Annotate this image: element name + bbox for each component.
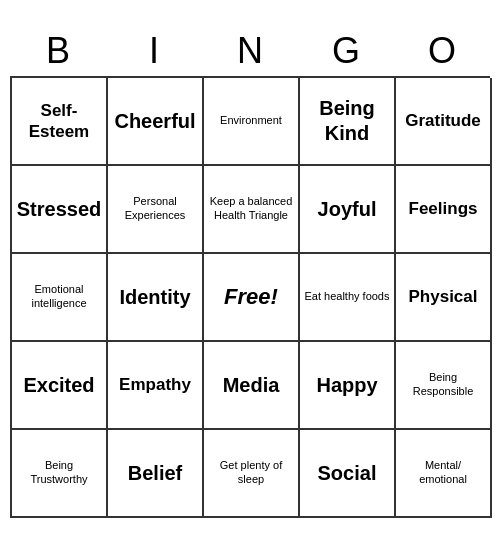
cell-text-3: Being Kind <box>304 96 390 146</box>
header-b: B <box>14 30 102 72</box>
cell-text-16: Empathy <box>119 374 191 395</box>
cell-5[interactable]: Stressed <box>12 166 108 254</box>
bingo-grid: Self-EsteemCheerfulEnvironmentBeing Kind… <box>10 76 490 518</box>
cell-text-15: Excited <box>23 373 94 398</box>
cell-4[interactable]: Gratitude <box>396 78 492 166</box>
header-i: I <box>110 30 198 72</box>
cell-19[interactable]: Being Responsible <box>396 342 492 430</box>
cell-text-17: Media <box>223 373 280 398</box>
cell-text-2: Environment <box>220 114 282 128</box>
cell-text-12: Free! <box>224 283 278 311</box>
cell-6[interactable]: Personal Experiences <box>108 166 204 254</box>
bingo-header: B I N G O <box>10 26 490 76</box>
cell-text-18: Happy <box>316 373 377 398</box>
cell-15[interactable]: Excited <box>12 342 108 430</box>
cell-24[interactable]: Mental/ emotional <box>396 430 492 518</box>
cell-text-10: Emotional intelligence <box>16 283 102 311</box>
cell-text-8: Joyful <box>318 197 377 222</box>
cell-text-23: Social <box>318 461 377 486</box>
cell-3[interactable]: Being Kind <box>300 78 396 166</box>
header-o: O <box>398 30 486 72</box>
cell-13[interactable]: Eat healthy foods <box>300 254 396 342</box>
cell-18[interactable]: Happy <box>300 342 396 430</box>
cell-9[interactable]: Feelings <box>396 166 492 254</box>
cell-16[interactable]: Empathy <box>108 342 204 430</box>
cell-21[interactable]: Belief <box>108 430 204 518</box>
cell-text-11: Identity <box>119 285 190 310</box>
cell-text-6: Personal Experiences <box>112 195 198 223</box>
cell-text-5: Stressed <box>17 197 102 222</box>
cell-20[interactable]: Being Trustworthy <box>12 430 108 518</box>
cell-10[interactable]: Emotional intelligence <box>12 254 108 342</box>
bingo-card: B I N G O Self-EsteemCheerfulEnvironment… <box>10 26 490 518</box>
cell-text-0: Self-Esteem <box>16 100 102 143</box>
cell-text-4: Gratitude <box>405 110 481 131</box>
cell-0[interactable]: Self-Esteem <box>12 78 108 166</box>
cell-7[interactable]: Keep a balanced Health Triangle <box>204 166 300 254</box>
cell-text-9: Feelings <box>409 198 478 219</box>
cell-text-19: Being Responsible <box>400 371 486 399</box>
cell-text-14: Physical <box>409 286 478 307</box>
cell-22[interactable]: Get plenty of sleep <box>204 430 300 518</box>
cell-1[interactable]: Cheerful <box>108 78 204 166</box>
cell-23[interactable]: Social <box>300 430 396 518</box>
cell-8[interactable]: Joyful <box>300 166 396 254</box>
cell-text-13: Eat healthy foods <box>304 290 389 304</box>
cell-text-24: Mental/ emotional <box>400 459 486 487</box>
cell-14[interactable]: Physical <box>396 254 492 342</box>
cell-text-20: Being Trustworthy <box>16 459 102 487</box>
cell-text-21: Belief <box>128 461 182 486</box>
cell-2[interactable]: Environment <box>204 78 300 166</box>
cell-text-1: Cheerful <box>114 109 195 134</box>
header-g: G <box>302 30 390 72</box>
cell-11[interactable]: Identity <box>108 254 204 342</box>
cell-text-22: Get plenty of sleep <box>208 459 294 487</box>
cell-12[interactable]: Free! <box>204 254 300 342</box>
cell-text-7: Keep a balanced Health Triangle <box>208 195 294 223</box>
cell-17[interactable]: Media <box>204 342 300 430</box>
header-n: N <box>206 30 294 72</box>
